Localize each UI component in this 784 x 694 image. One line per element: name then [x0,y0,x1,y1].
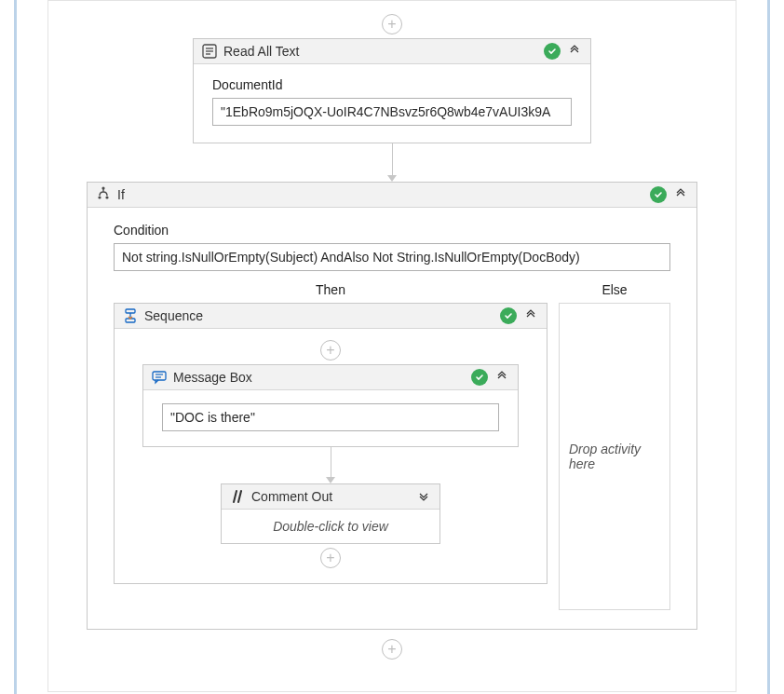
validation-ok-icon [544,43,561,60]
else-drop-zone[interactable]: Drop activity here [559,303,670,610]
svg-point-4 [98,196,101,198]
flow-connector [128,447,534,483]
sequence-activity[interactable]: Sequence + [114,303,547,584]
plus-icon: + [382,639,402,660]
sequence-icon [122,307,139,324]
documentid-input[interactable] [212,98,572,126]
message-icon [151,369,168,386]
comment-out-title: Comment Out [251,489,332,504]
validation-ok-icon [471,369,488,386]
comment-out-activity[interactable]: Comment Out Double-click to view [221,483,440,544]
plus-icon: + [382,14,402,34]
field-label-documentid: DocumentId [212,77,572,92]
branch-icon [95,186,112,203]
document-lines-icon [201,43,218,60]
comment-out-header[interactable]: Comment Out [222,484,439,510]
collapse-toggle[interactable] [566,45,583,59]
collapse-toggle[interactable] [672,188,689,202]
activity-title: Read All Text [223,44,299,59]
condition-input[interactable] [114,243,670,271]
if-header[interactable]: If [88,183,696,208]
if-activity[interactable]: If Condition Then [87,182,697,630]
add-activity-seq-top[interactable]: + [128,340,534,361]
condition-label: Condition [114,223,670,238]
comment-slashes-icon [229,488,246,505]
collapse-toggle[interactable] [493,371,510,385]
designer-outer-frame: + Read All Text Do [14,0,770,694]
svg-point-6 [101,186,104,189]
then-label: Then [114,282,547,297]
svg-rect-9 [153,372,166,380]
else-placeholder: Drop activity here [569,442,660,471]
then-branch: Then Sequence [114,275,547,610]
expand-toggle[interactable] [415,490,432,504]
add-activity-seq-bottom[interactable]: + [128,548,534,568]
if-branches: Then Sequence [114,275,670,610]
plus-icon: + [320,548,341,568]
add-activity-top[interactable]: + [48,14,736,34]
validation-ok-icon [650,186,667,203]
plus-icon: + [320,340,341,361]
activity-header[interactable]: Read All Text [194,39,590,64]
collapse-toggle[interactable] [522,309,539,323]
message-box-input[interactable] [162,403,499,431]
message-box-activity[interactable]: Message Box [142,364,519,447]
sequence-header[interactable]: Sequence [115,304,547,329]
sequence-container: + Read All Text Do [47,0,737,692]
else-label: Else [559,282,670,297]
if-body: Condition Then [88,208,696,629]
message-box-title: Message Box [173,370,252,385]
message-box-body [143,390,518,446]
read-all-text-activity[interactable]: Read All Text DocumentId [193,38,591,143]
sequence-title: Sequence [144,308,203,323]
add-activity-bottom[interactable]: + [48,639,736,660]
validation-ok-icon [500,307,517,324]
svg-rect-7 [126,309,135,313]
if-title: If [117,187,125,202]
else-branch: Else Drop activity here [559,275,670,610]
comment-out-hint[interactable]: Double-click to view [222,510,439,543]
message-box-header[interactable]: Message Box [143,365,518,390]
sequence-body: + [115,329,547,583]
activity-body: DocumentId [194,64,590,143]
svg-point-5 [105,196,108,198]
flow-connector [48,143,736,182]
